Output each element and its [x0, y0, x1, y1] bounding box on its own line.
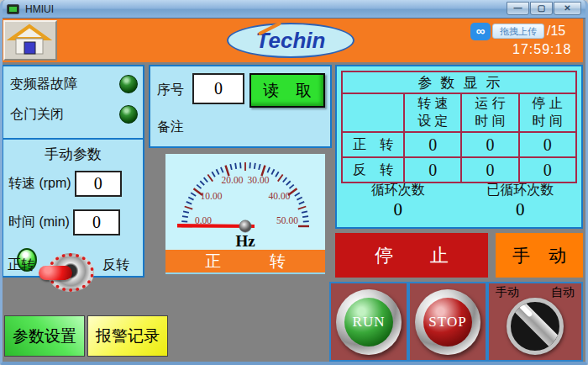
- manual-mode-button[interactable]: 手动: [496, 233, 583, 278]
- cell-fwd-stoptime: 0: [518, 131, 575, 156]
- svg-text:10.00: 10.00: [201, 191, 223, 201]
- cycle-count-label: 循环次数: [337, 182, 459, 199]
- remark-label: 备注: [157, 119, 184, 136]
- row-label-forward: 正转: [343, 131, 403, 156]
- parameter-table: 参数显示 转 速 设 定 运 行 时 间 停 止 时 间 正转 0 0 0 反转: [341, 71, 577, 183]
- parameter-settings-button[interactable]: 参数设置: [4, 315, 85, 357]
- serial-label: 序号: [157, 82, 184, 99]
- direction-toggle-switch[interactable]: [47, 253, 94, 292]
- toggle-handle[interactable]: [39, 266, 72, 280]
- col-header-speed: 转 速 设 定: [403, 94, 460, 131]
- gauge-tick-labels: 0.0010.0020.0030.0040.0050.00: [195, 175, 298, 225]
- run-button[interactable]: RUN: [336, 289, 402, 355]
- inverter-fault-led: [119, 75, 138, 93]
- serial-input[interactable]: 0: [192, 73, 244, 104]
- svg-text:20.00: 20.00: [222, 175, 244, 185]
- stop-button-face[interactable]: STOP: [423, 298, 472, 346]
- gauge-needle: [177, 220, 255, 232]
- techin-logo: Techin: [227, 23, 354, 58]
- app-icon: [7, 4, 19, 14]
- selector-knob[interactable]: [509, 298, 564, 355]
- mode-selector-cell: 手动 自动: [487, 282, 583, 362]
- frequency-gauge: 0.0010.0020.0030.0040.0050.00 Hz 正转: [165, 154, 325, 274]
- cycle-count-value: 0: [337, 199, 459, 220]
- time-label: 时间 (min): [8, 214, 70, 231]
- panel-divider: [3, 138, 143, 140]
- gauge-unit-label: Hz: [235, 232, 255, 250]
- row-label-reverse: 反转: [343, 156, 403, 182]
- table-corner-cell: [343, 94, 403, 131]
- time-input[interactable]: 0: [73, 209, 120, 235]
- stop-button-cell: STOP: [408, 282, 487, 362]
- svg-text:50.00: 50.00: [276, 215, 298, 225]
- manual-params-title: 手动参数: [3, 145, 143, 164]
- svg-text:0.00: 0.00: [195, 215, 212, 225]
- cell-fwd-speed: 0: [403, 131, 460, 156]
- door-closed-led: [119, 105, 138, 124]
- cell-fwd-runtime: 0: [460, 131, 517, 156]
- cell-rev-stoptime: 0: [518, 156, 575, 182]
- svg-text:40.00: 40.00: [269, 191, 291, 201]
- svg-text:30.00: 30.00: [248, 175, 270, 185]
- window-title: HMIUI: [25, 3, 54, 15]
- alarm-record-button[interactable]: 报警记录: [87, 315, 168, 357]
- minimize-icon[interactable]: —: [507, 2, 529, 15]
- maximize-icon[interactable]: ▢: [530, 2, 553, 15]
- run-button-face[interactable]: RUN: [344, 298, 393, 346]
- selector-manual-label: 手动: [496, 285, 519, 300]
- hmi-window: HMIUI — ▢ ✕ Techin ∞ 拖拽上传 /15 17:5: [0, 0, 588, 365]
- selector-auto-label: 自动: [551, 285, 575, 300]
- mode-selector-switch[interactable]: [507, 298, 564, 355]
- hmi-screen: Techin ∞ 拖拽上传 /15 17:59:18 变频器故障 仓门关闭 手动…: [0, 19, 583, 362]
- inverter-fault-label: 变频器故障: [10, 76, 77, 93]
- run-button-cell: RUN: [329, 282, 408, 362]
- cycled-count-value: 0: [459, 199, 582, 220]
- direction-status-bar: 正转: [165, 250, 325, 272]
- stop-bar-button[interactable]: 停止: [335, 233, 488, 278]
- door-closed-label: 仓门关闭: [10, 106, 64, 124]
- page-indicator: /15: [547, 24, 565, 39]
- home-icon: [5, 22, 54, 57]
- col-header-runtime: 运 行 时 间: [460, 94, 517, 131]
- record-panel: 序号 0 读取 备注: [149, 65, 332, 148]
- cell-rev-runtime: 0: [460, 156, 517, 182]
- col-header-stoptime: 停 止 时 间: [518, 94, 575, 131]
- gauge-dial: 0.0010.0020.0030.0040.0050.00 Hz: [165, 154, 325, 251]
- upload-badge[interactable]: 拖拽上传: [492, 24, 544, 39]
- cycled-count-label: 已循环次数: [459, 182, 582, 199]
- cell-rev-speed: 0: [403, 156, 460, 182]
- window-titlebar[interactable]: HMIUI — ▢ ✕: [0, 0, 588, 19]
- status-manual-panel: 变频器故障 仓门关闭 手动参数 转速 (rpm) 0 时间 (min) 0: [2, 65, 144, 278]
- close-icon[interactable]: ✕: [554, 2, 581, 15]
- parameter-table-title: 参数显示: [343, 72, 575, 94]
- clock-display: 17:59:18: [512, 42, 571, 57]
- upload-icon[interactable]: ∞: [470, 23, 491, 40]
- speed-label: 转速 (rpm): [8, 175, 71, 193]
- forward-label: 正转: [8, 257, 34, 274]
- stop-button[interactable]: STOP: [415, 289, 480, 355]
- reverse-label: 反转: [102, 257, 129, 274]
- parameter-display-panel: 参数显示 转 速 设 定 运 行 时 间 停 止 时 间 正转 0 0 0 反转: [335, 65, 583, 229]
- speed-input[interactable]: 0: [75, 171, 122, 197]
- home-button[interactable]: [3, 20, 57, 61]
- read-button[interactable]: 读取: [249, 73, 325, 108]
- header-bar: Techin ∞ 拖拽上传 /15 17:59:18: [0, 19, 583, 62]
